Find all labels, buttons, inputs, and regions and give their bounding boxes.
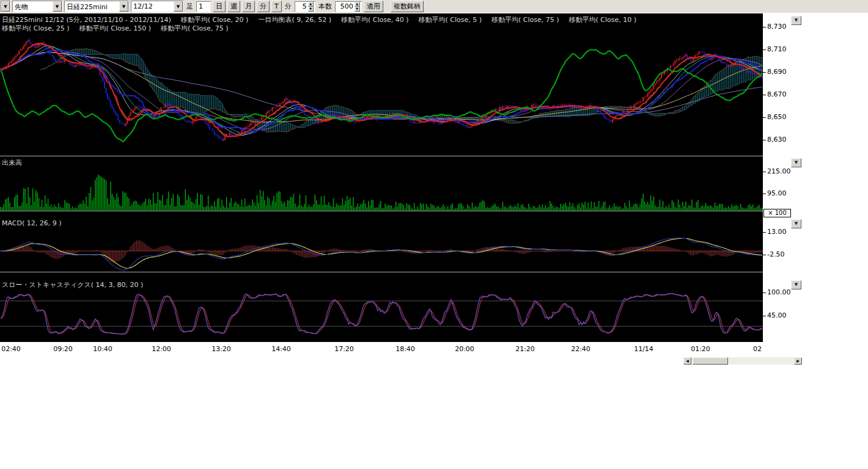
y-axis-tick xyxy=(763,49,766,50)
y-axis-label: 8,710 xyxy=(767,45,787,53)
y-axis-tick xyxy=(763,194,766,194)
y-axis-tick xyxy=(763,172,766,172)
x-axis-label: 18:40 xyxy=(391,345,420,353)
bars-value: 500 xyxy=(337,2,353,10)
y-axis-tick xyxy=(763,117,766,118)
chevron-down-icon[interactable]: ▼ xyxy=(53,1,62,12)
x-axis-label: 21:20 xyxy=(510,345,540,353)
y-axis-label: 8,690 xyxy=(767,68,787,76)
spin-down-icon[interactable]: ▼ xyxy=(308,7,314,12)
date-select-value: 12/12 xyxy=(131,1,174,12)
x-axis-label: 09:20 xyxy=(48,345,78,353)
x-axis-label: 11/14 xyxy=(629,345,658,353)
y-axis-label: 8,650 xyxy=(767,113,787,121)
y-axis-tick xyxy=(763,255,766,255)
minute-label: 分 xyxy=(284,2,293,11)
scrollbar-track[interactable] xyxy=(691,357,794,365)
x-axis-label: 02:40 xyxy=(0,345,26,353)
window-select-dropdown[interactable]: ▼ xyxy=(1,1,10,12)
x-axis-label: 12:00 xyxy=(147,345,176,353)
y-axis-label: -2.50 xyxy=(767,250,784,258)
date-select[interactable]: 12/12 ▼ xyxy=(131,1,183,12)
toolbar: ▼ 先物 ▼ 日経225mini ▼ 12/12 ▼ 足 1 日 週 月 分 T… xyxy=(0,0,868,13)
x-axis-label: 22:40 xyxy=(566,345,595,353)
period-button-tick[interactable]: T xyxy=(271,1,282,12)
pane-dropdown-button[interactable]: ▼ xyxy=(791,280,801,289)
x-axis-label: 10:40 xyxy=(88,345,117,353)
x-axis-label: 13:20 xyxy=(207,345,236,353)
period-button-month[interactable]: 月 xyxy=(242,1,255,12)
volume-multiplier-badge: × 100 xyxy=(763,209,791,217)
scroll-right-icon[interactable]: ▶ xyxy=(794,357,802,365)
x-axis-label: 01:20 xyxy=(686,345,715,353)
chevron-down-icon[interactable]: ▼ xyxy=(1,1,10,12)
market-select-value: 先物 xyxy=(13,1,53,12)
symbol-select-value: 日経225mini xyxy=(65,1,119,12)
bars-input[interactable]: 500 ▲ ▼ xyxy=(335,1,362,12)
symbol-select[interactable]: 日経225mini ▼ xyxy=(64,1,129,12)
apply-button[interactable]: 適用 xyxy=(364,1,383,12)
y-axis-tick xyxy=(763,27,766,27)
y-axis-label: 100.00 xyxy=(767,288,791,296)
pane-dropdown-button[interactable]: ▼ xyxy=(791,16,801,25)
y-axis-tick xyxy=(763,293,766,293)
x-axis-label: 17:20 xyxy=(329,345,359,353)
minute-value: 5 xyxy=(297,2,307,10)
y-axis-tick xyxy=(763,316,766,316)
interval-input[interactable]: 1 xyxy=(196,1,211,12)
y-axis-tick xyxy=(763,140,766,140)
period-button-week[interactable]: 週 xyxy=(227,1,240,12)
minute-input[interactable]: 5 ▲ ▼ xyxy=(295,1,315,12)
y-axis-label: 8,670 xyxy=(767,90,787,98)
interval-value: 1 xyxy=(199,2,203,10)
y-axis-label: 13.00 xyxy=(767,228,787,236)
horizontal-scrollbar[interactable]: ◀ ▶ xyxy=(683,357,802,365)
x-axis-label: 14:40 xyxy=(267,345,296,353)
chevron-down-icon[interactable]: ▼ xyxy=(119,1,128,12)
y-axis-tick xyxy=(763,95,766,95)
y-axis-tick xyxy=(763,72,766,73)
x-axis-label: 20:00 xyxy=(450,345,479,353)
y-axis-label: 8,630 xyxy=(767,136,787,144)
bars-spinner[interactable]: ▲ ▼ xyxy=(355,2,360,12)
chevron-down-icon[interactable]: ▼ xyxy=(174,1,183,12)
y-axis-label: 45.00 xyxy=(767,311,787,319)
y-axis-tick xyxy=(763,232,766,233)
scroll-left-icon[interactable]: ◀ xyxy=(683,357,691,365)
bars-label: 本数 xyxy=(317,2,333,11)
y-axis-label: 95.00 xyxy=(767,189,787,197)
spin-down-icon[interactable]: ▼ xyxy=(355,7,360,12)
period-button-minute[interactable]: 分 xyxy=(257,1,270,12)
pane-dropdown-button[interactable]: ▼ xyxy=(791,158,801,167)
x-axis-label: 02 xyxy=(743,345,772,353)
scrollbar-thumb[interactable] xyxy=(693,357,728,365)
pane-dropdown-button[interactable]: ▼ xyxy=(791,219,801,228)
multi-symbol-button[interactable]: 複数銘柄 xyxy=(391,1,424,12)
y-axis-label: 215.00 xyxy=(767,167,791,175)
period-button-day[interactable]: 日 xyxy=(213,1,226,12)
spin-up-icon[interactable]: ▲ xyxy=(308,2,314,7)
y-axis-label: 8,730 xyxy=(767,23,787,31)
minute-spinner[interactable]: ▲ ▼ xyxy=(308,2,314,12)
market-select[interactable]: 先物 ▼ xyxy=(12,1,62,12)
price-chart-canvas[interactable] xyxy=(0,13,763,342)
ashi-label: 足 xyxy=(185,2,194,11)
spin-up-icon[interactable]: ▲ xyxy=(355,2,360,7)
